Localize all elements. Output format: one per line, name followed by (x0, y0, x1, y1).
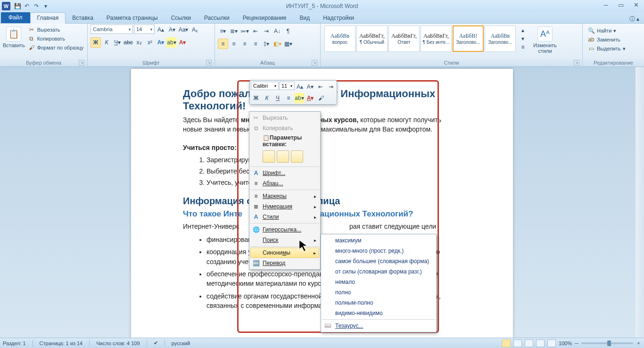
font-dialog-icon[interactable]: ↘ (206, 60, 212, 66)
superscript-button[interactable]: x² (145, 37, 155, 48)
justify-button[interactable]: ≡ (250, 39, 261, 49)
fullscreen-view-button[interactable] (513, 340, 522, 347)
mini-inc-indent-icon[interactable]: ⇥ (326, 82, 336, 92)
dec-indent-button[interactable]: ⇤ (250, 26, 261, 36)
close-button[interactable]: ✕ (631, 1, 641, 8)
web-view-button[interactable] (525, 340, 533, 347)
mini-dec-indent-icon[interactable]: ⇤ (315, 82, 325, 92)
style-item-5[interactable]: АаБбВвЗаголово... (485, 25, 516, 52)
sort-button[interactable]: A↓ (272, 26, 282, 36)
clipboard-dialog-icon[interactable]: ↘ (79, 60, 84, 66)
strike-button[interactable]: abc (123, 37, 133, 48)
text-effects-icon[interactable]: A▾ (156, 37, 166, 48)
styles-gallery[interactable]: АаБбВввопрос АаБбВвГг,¶ Обычный АаБбВвГг… (323, 25, 529, 53)
font-name-combo[interactable]: Cambria▾ (91, 25, 133, 34)
ribbon-collapse-icon[interactable]: ⓘ ▴ (625, 15, 644, 23)
font-size-combo[interactable]: 14▾ (134, 25, 155, 34)
borders-button[interactable]: ▦▾ (283, 39, 293, 49)
status-section[interactable]: Раздел: 1 (3, 340, 26, 346)
print-layout-view-button[interactable] (502, 340, 511, 347)
bullets-button[interactable]: ≡▾ (218, 26, 228, 36)
paragraph-dialog-icon[interactable]: ↘ (312, 60, 317, 66)
copy-button[interactable]: ⧉Копировать (26, 34, 86, 43)
multilevel-button[interactable]: ≔▾ (239, 26, 250, 36)
tab-review[interactable]: Рецензирование (236, 13, 293, 23)
tab-view[interactable]: Вид (293, 13, 316, 23)
status-language[interactable]: русский (172, 340, 190, 346)
line-spacing-button[interactable]: ‡▾ (261, 39, 272, 49)
gallery-down-icon[interactable]: ▾ (518, 35, 528, 42)
zoom-in-button[interactable]: ＋ (636, 340, 641, 347)
bold-button[interactable]: Ж (91, 37, 101, 48)
synonym-item[interactable]: самое большее (словарная форма) (322, 256, 435, 266)
highlight-button[interactable]: ab▾ (166, 37, 177, 48)
align-left-button[interactable]: ≡ (218, 39, 228, 49)
tab-insert[interactable]: Вставка (66, 13, 100, 23)
synonym-item[interactable]: немало (322, 277, 435, 287)
synonym-item[interactable]: максимум (322, 235, 435, 246)
shading-button[interactable]: ◧▾ (272, 39, 282, 49)
document-area[interactable]: Добро пожало########рситет Информационны… (0, 67, 644, 338)
mini-shrink-icon[interactable]: A▾ (305, 82, 315, 92)
tab-home[interactable]: Главная (30, 12, 66, 24)
styles-dialog-icon[interactable]: ↘ (574, 60, 579, 66)
spell-check-icon[interactable]: ✔ (154, 340, 158, 346)
style-item-4[interactable]: АаБбВ!Заголово... (453, 25, 484, 52)
clear-format-icon[interactable]: Aᵪ (190, 25, 200, 35)
gallery-up-icon[interactable]: ▴ (518, 26, 528, 34)
style-item-1[interactable]: АаБбВвГг,¶ Обычный (356, 25, 388, 52)
paste-text-only-icon[interactable] (291, 150, 303, 163)
mini-bold-button[interactable]: Ж (251, 93, 261, 103)
redo-icon[interactable]: ↷ (32, 2, 41, 10)
mini-fontcolor-button[interactable]: A▾ (305, 93, 315, 103)
tab-mailings[interactable]: Рассылки (198, 13, 236, 23)
status-page[interactable]: Страница: 1 из 14 (40, 340, 83, 346)
ctx-synonyms[interactable]: Синонимы▸ (250, 248, 319, 258)
inc-indent-button[interactable]: ⇥ (261, 26, 272, 36)
style-item-2[interactable]: АаБбВвГг,Ответ (388, 25, 420, 52)
synonym-item[interactable]: видимо-невидимо (322, 308, 435, 318)
zoom-out-button[interactable]: ─ (575, 340, 578, 346)
synonym-item[interactable]: от силы (словарная форма разг.) (322, 266, 435, 277)
shrink-font-icon[interactable]: A▾ (167, 25, 177, 35)
subscript-button[interactable]: x₂ (134, 37, 144, 48)
align-center-button[interactable]: ≡ (229, 39, 239, 49)
style-item-3[interactable]: АаБбВвГг,¶ Без инте... (421, 25, 452, 52)
minimize-button[interactable]: ─ (601, 1, 611, 8)
change-case-icon[interactable]: Aa▾ (178, 25, 189, 35)
paste-merge-icon[interactable] (277, 150, 289, 163)
draft-view-button[interactable] (547, 340, 556, 347)
mini-size-combo[interactable]: 11▾ (279, 82, 295, 90)
status-zoom[interactable]: 100% (559, 340, 572, 346)
mini-highlight-button[interactable]: ab▾ (294, 93, 305, 103)
ctx-hyperlink[interactable]: 🌐Гиперссылка... (250, 224, 319, 235)
change-styles-button[interactable]: Aᴬ Изменить стили (530, 25, 560, 54)
ctx-styles[interactable]: AСтили▸ (250, 212, 319, 222)
ctx-numbering[interactable]: ≣Нумерация▸ (250, 201, 319, 212)
paste-keep-source-icon[interactable] (263, 150, 275, 163)
mini-grow-icon[interactable]: A▴ (295, 82, 305, 92)
ctx-paragraph[interactable]: ≡Абзац... (250, 178, 319, 189)
style-item-0[interactable]: АаБбВввопрос (324, 25, 355, 52)
mini-font-combo[interactable]: Calibri▾ (251, 82, 279, 90)
grow-font-icon[interactable]: A▴ (156, 25, 166, 35)
synonym-item[interactable]: много-много (прост. редк.) (322, 246, 435, 256)
mini-underline-button[interactable]: Ч (272, 93, 283, 103)
outline-view-button[interactable] (536, 340, 545, 347)
ctx-font[interactable]: AШрифт... (250, 168, 319, 178)
paste-button[interactable]: 📋 Вставить (3, 25, 25, 48)
select-button[interactable]: ▭Выделить ▾ (586, 44, 627, 53)
replace-button[interactable]: abЗаменить (586, 35, 627, 44)
vertical-scrollbar[interactable] (636, 67, 644, 338)
ctx-translate[interactable]: 🔤Перевод (250, 258, 319, 268)
mini-center-button[interactable]: ≡ (283, 93, 294, 103)
font-color-button[interactable]: A▾ (177, 37, 188, 48)
cut-button[interactable]: ✂Вырезать (26, 25, 86, 34)
show-marks-button[interactable]: ¶ (283, 26, 293, 36)
restore-button[interactable]: ▭ (616, 1, 626, 8)
numbering-button[interactable]: ≣▾ (229, 26, 239, 36)
ctx-lookup[interactable]: Поиск▸ (250, 235, 319, 245)
ctx-cut[interactable]: ✂Вырезать (250, 113, 319, 123)
format-painter-button[interactable]: 🖌Формат по образцу (26, 43, 86, 52)
mini-italic-button[interactable]: К (262, 93, 272, 103)
